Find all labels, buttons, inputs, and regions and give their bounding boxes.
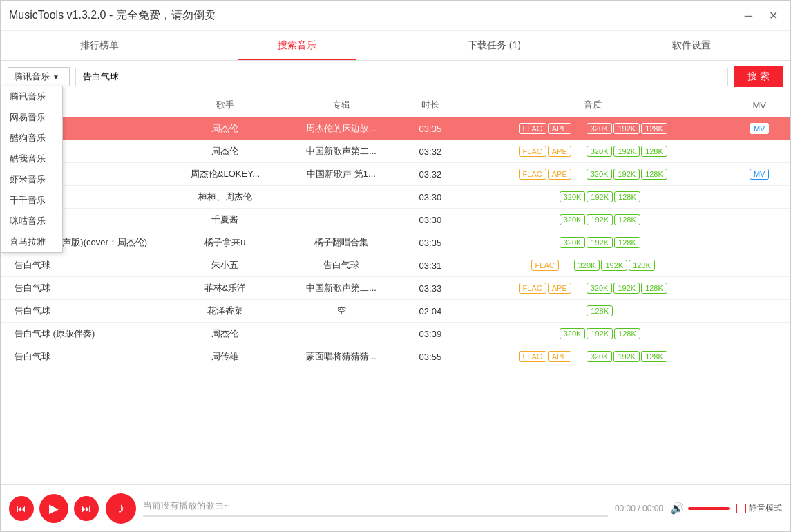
- next-button[interactable]: ⏭: [74, 496, 99, 521]
- table-row[interactable]: 告白气球周杰伦周杰伦的床边故...03:35FLACAPE320K192K128…: [1, 117, 790, 140]
- badge-192k[interactable]: 192K: [613, 283, 640, 294]
- badge-320k[interactable]: 320K: [560, 191, 586, 202]
- badge-ape[interactable]: APE: [548, 146, 571, 157]
- progress-bar-wrap: [143, 515, 608, 517]
- dropdown-item-kugou[interactable]: 酷狗音乐: [1, 128, 62, 149]
- volume-icon[interactable]: 🔊: [670, 502, 684, 515]
- badge-320k[interactable]: 320K: [560, 328, 586, 339]
- dropdown-item-migu[interactable]: 咪咕音乐: [1, 211, 62, 231]
- badge-320k[interactable]: 320K: [587, 283, 613, 294]
- cell-quality: 320K192K128K: [457, 323, 728, 345]
- badge-320k[interactable]: 320K: [574, 260, 600, 271]
- table-row[interactable]: 告白气球花泽香菜空02:04128K: [1, 300, 790, 323]
- tab-charts[interactable]: 排行榜单: [1, 31, 198, 60]
- close-button[interactable]: ✕: [765, 8, 782, 23]
- badge-flac[interactable]: FLAC: [519, 283, 546, 294]
- cell-mv: [728, 277, 790, 300]
- badge-128k[interactable]: 128K: [641, 351, 667, 362]
- badge-flac[interactable]: FLAC: [519, 169, 546, 180]
- tab-search[interactable]: 搜索音乐: [198, 31, 396, 60]
- badge-128k[interactable]: 128K: [641, 123, 667, 134]
- badge-flac[interactable]: FLAC: [519, 146, 546, 157]
- cell-duration: 03:30: [403, 186, 457, 209]
- search-button[interactable]: 搜 索: [734, 66, 783, 87]
- dropdown-arrow: ▼: [53, 73, 59, 81]
- badge-flac[interactable]: FLAC: [519, 351, 546, 362]
- dropdown-item-xiami[interactable]: 虾米音乐: [1, 169, 62, 190]
- play-button[interactable]: ▶: [39, 494, 68, 523]
- table-row[interactable]: 告白气球(女声版)(cover：周杰伦)橘子拿来u橘子翻唱合集03:35320K…: [1, 231, 790, 254]
- badge-128k[interactable]: 128K: [614, 237, 640, 248]
- badge-320k[interactable]: 320K: [587, 351, 613, 362]
- badge-128k[interactable]: 128K: [641, 169, 667, 180]
- badge-320k[interactable]: 320K: [560, 237, 586, 248]
- album-art: ♪: [106, 493, 136, 524]
- tab-settings[interactable]: 软件设置: [593, 31, 790, 60]
- badge-192k[interactable]: 192K: [587, 214, 613, 225]
- mute-checkbox[interactable]: [736, 504, 746, 513]
- badge-320k[interactable]: 320K: [587, 123, 613, 134]
- badge-128k[interactable]: 128K: [614, 328, 640, 339]
- cell-duration: 03:32: [403, 140, 457, 163]
- table-row[interactable]: 告白气球 (原版伴奏)周杰伦03:39320K192K128K: [1, 323, 790, 345]
- badge-ape[interactable]: APE: [548, 351, 571, 362]
- dropdown-item-tencent[interactable]: 腾讯音乐: [1, 86, 62, 107]
- badge-128k[interactable]: 128K: [641, 146, 667, 157]
- search-bar: 腾讯音乐 ▼ 搜 索 腾讯音乐 网易音乐 酷狗音乐 酷我音乐 虾米音乐 千千音乐…: [1, 61, 790, 93]
- badge-192k[interactable]: 192K: [613, 146, 640, 157]
- badge-320k[interactable]: 320K: [587, 169, 613, 180]
- badge-ape[interactable]: APE: [548, 123, 571, 134]
- cell-quality: FLACAPE320K192K128K: [457, 163, 728, 186]
- player-bar: ⏮ ▶ ⏭ ♪ 当前没有播放的歌曲~ 00:00 / 00:00 🔊 静音模式: [1, 484, 790, 531]
- badge-ape[interactable]: APE: [548, 169, 571, 180]
- badge-128k[interactable]: 128K: [587, 305, 613, 316]
- cell-quality: FLAC320K192K128K: [457, 254, 728, 277]
- dropdown-item-netease[interactable]: 网易音乐: [1, 107, 62, 128]
- cell-album: 中国新歌声 第1...: [279, 163, 403, 186]
- cell-mv: [728, 323, 790, 345]
- table-row[interactable]: 告白气球千夏酱03:30320K192K128K: [1, 209, 790, 231]
- cell-quality: 320K192K128K: [457, 186, 728, 209]
- table-row[interactable]: 告白气球桓桓、周杰伦03:30320K192K128K: [1, 186, 790, 209]
- badge-128k[interactable]: 128K: [614, 191, 640, 202]
- cell-mv: [728, 209, 790, 231]
- window-controls: ─ ✕: [741, 8, 782, 23]
- badge-ape[interactable]: APE: [548, 283, 571, 294]
- badge-128k[interactable]: 128K: [614, 214, 640, 225]
- table-row[interactable]: 告白气球周杰伦中国新歌声第二...03:32FLACAPE320K192K128…: [1, 140, 790, 163]
- badge-mv[interactable]: MV: [750, 123, 770, 134]
- table-row[interactable]: 告白气球菲林&乐洋中国新歌声第二...03:33FLACAPE320K192K1…: [1, 277, 790, 300]
- badge-192k[interactable]: 192K: [601, 260, 627, 271]
- cell-duration: 02:04: [403, 300, 457, 323]
- dropdown-item-qianqian[interactable]: 千千音乐: [1, 190, 62, 211]
- badge-320k[interactable]: 320K: [560, 214, 586, 225]
- table-row[interactable]: 告白气球朱小五告白气球03:31FLAC320K192K128K: [1, 254, 790, 277]
- badge-192k[interactable]: 192K: [587, 191, 613, 202]
- badge-flac[interactable]: FLAC: [531, 260, 559, 271]
- badge-192k[interactable]: 192K: [587, 237, 613, 248]
- badge-128k[interactable]: 128K: [629, 260, 655, 271]
- table-row[interactable]: 告白气球周传雄蒙面唱将猜猜猜...03:55FLACAPE320K192K128…: [1, 345, 790, 368]
- badge-mv[interactable]: MV: [750, 169, 770, 180]
- badge-192k[interactable]: 192K: [613, 123, 640, 134]
- progress-bar[interactable]: [143, 515, 608, 517]
- dropdown-item-kuwo[interactable]: 酷我音乐: [1, 149, 62, 169]
- badge-flac[interactable]: FLAC: [519, 123, 546, 134]
- badge-192k[interactable]: 192K: [613, 351, 640, 362]
- table-row[interactable]: 告白气球周杰伦&LOKEY...中国新歌声 第1...03:32FLACAPE3…: [1, 163, 790, 186]
- prev-button[interactable]: ⏮: [9, 496, 34, 521]
- dropdown-item-ximalaya[interactable]: 喜马拉雅: [1, 231, 62, 252]
- minimize-button[interactable]: ─: [741, 8, 756, 23]
- badge-192k[interactable]: 192K: [587, 328, 613, 339]
- badge-192k[interactable]: 192K: [613, 169, 640, 180]
- badge-320k[interactable]: 320K: [587, 146, 613, 157]
- source-dropdown[interactable]: 腾讯音乐 ▼: [8, 67, 70, 86]
- tab-download[interactable]: 下载任务 (1): [396, 31, 593, 60]
- song-table: 歌曲 歌手 专辑 时长 音质 MV 告白气球周杰伦周杰伦的床边故...03:35…: [1, 93, 790, 368]
- volume-bar[interactable]: [688, 507, 730, 510]
- cell-artist: 周传雄: [171, 345, 280, 368]
- cell-song: 告白气球: [1, 300, 171, 323]
- cell-artist: 周杰伦&LOKEY...: [171, 163, 280, 186]
- badge-128k[interactable]: 128K: [641, 283, 667, 294]
- search-input[interactable]: [75, 68, 728, 86]
